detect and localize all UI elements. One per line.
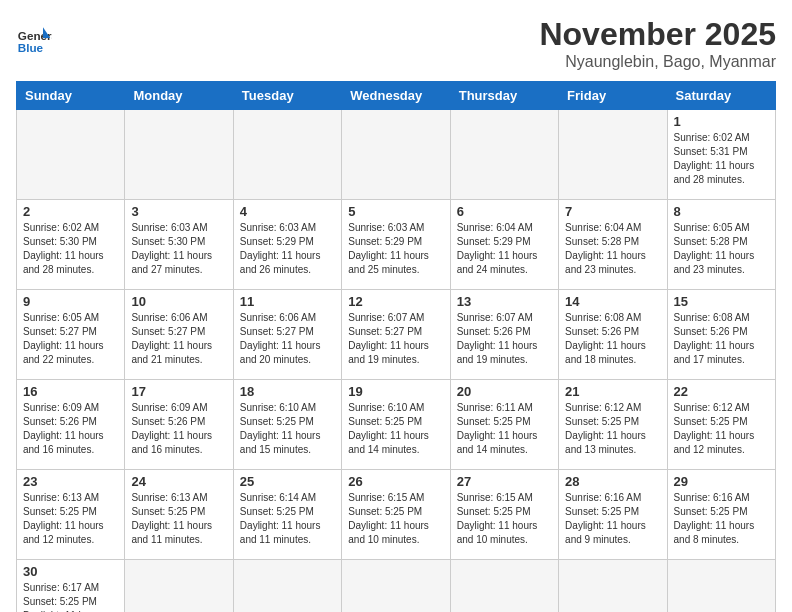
day-info: Sunrise: 6:07 AM Sunset: 5:27 PM Dayligh… xyxy=(348,311,443,367)
day-info: Sunrise: 6:17 AM Sunset: 5:25 PM Dayligh… xyxy=(23,581,118,612)
day-number: 18 xyxy=(240,384,335,399)
day-number: 20 xyxy=(457,384,552,399)
week-row-4: 16Sunrise: 6:09 AM Sunset: 5:26 PM Dayli… xyxy=(17,380,776,470)
calendar-table: SundayMondayTuesdayWednesdayThursdayFrid… xyxy=(16,81,776,612)
day-number: 8 xyxy=(674,204,769,219)
day-number: 24 xyxy=(131,474,226,489)
day-cell: 14Sunrise: 6:08 AM Sunset: 5:26 PM Dayli… xyxy=(559,290,667,380)
day-info: Sunrise: 6:06 AM Sunset: 5:27 PM Dayligh… xyxy=(240,311,335,367)
day-info: Sunrise: 6:09 AM Sunset: 5:26 PM Dayligh… xyxy=(23,401,118,457)
day-cell: 13Sunrise: 6:07 AM Sunset: 5:26 PM Dayli… xyxy=(450,290,558,380)
column-header-monday: Monday xyxy=(125,82,233,110)
day-info: Sunrise: 6:04 AM Sunset: 5:29 PM Dayligh… xyxy=(457,221,552,277)
day-number: 29 xyxy=(674,474,769,489)
location-title: Nyaunglebin, Bago, Myanmar xyxy=(539,53,776,71)
day-cell: 12Sunrise: 6:07 AM Sunset: 5:27 PM Dayli… xyxy=(342,290,450,380)
day-number: 1 xyxy=(674,114,769,129)
day-cell: 19Sunrise: 6:10 AM Sunset: 5:25 PM Dayli… xyxy=(342,380,450,470)
day-cell: 16Sunrise: 6:09 AM Sunset: 5:26 PM Dayli… xyxy=(17,380,125,470)
day-number: 17 xyxy=(131,384,226,399)
day-cell xyxy=(450,560,558,613)
day-cell: 6Sunrise: 6:04 AM Sunset: 5:29 PM Daylig… xyxy=(450,200,558,290)
week-row-5: 23Sunrise: 6:13 AM Sunset: 5:25 PM Dayli… xyxy=(17,470,776,560)
day-cell: 29Sunrise: 6:16 AM Sunset: 5:25 PM Dayli… xyxy=(667,470,775,560)
column-header-wednesday: Wednesday xyxy=(342,82,450,110)
day-cell: 5Sunrise: 6:03 AM Sunset: 5:29 PM Daylig… xyxy=(342,200,450,290)
header: General Blue November 2025 Nyaunglebin, … xyxy=(16,16,776,71)
day-number: 3 xyxy=(131,204,226,219)
day-cell: 27Sunrise: 6:15 AM Sunset: 5:25 PM Dayli… xyxy=(450,470,558,560)
day-info: Sunrise: 6:03 AM Sunset: 5:29 PM Dayligh… xyxy=(240,221,335,277)
day-info: Sunrise: 6:02 AM Sunset: 5:31 PM Dayligh… xyxy=(674,131,769,187)
column-header-friday: Friday xyxy=(559,82,667,110)
column-header-tuesday: Tuesday xyxy=(233,82,341,110)
day-cell xyxy=(559,560,667,613)
day-cell: 17Sunrise: 6:09 AM Sunset: 5:26 PM Dayli… xyxy=(125,380,233,470)
day-number: 13 xyxy=(457,294,552,309)
day-number: 6 xyxy=(457,204,552,219)
day-cell xyxy=(125,560,233,613)
day-number: 12 xyxy=(348,294,443,309)
day-number: 7 xyxy=(565,204,660,219)
day-info: Sunrise: 6:16 AM Sunset: 5:25 PM Dayligh… xyxy=(565,491,660,547)
day-info: Sunrise: 6:02 AM Sunset: 5:30 PM Dayligh… xyxy=(23,221,118,277)
day-cell xyxy=(233,110,341,200)
day-info: Sunrise: 6:16 AM Sunset: 5:25 PM Dayligh… xyxy=(674,491,769,547)
day-number: 14 xyxy=(565,294,660,309)
day-number: 2 xyxy=(23,204,118,219)
days-header-row: SundayMondayTuesdayWednesdayThursdayFrid… xyxy=(17,82,776,110)
day-number: 22 xyxy=(674,384,769,399)
day-info: Sunrise: 6:10 AM Sunset: 5:25 PM Dayligh… xyxy=(348,401,443,457)
day-info: Sunrise: 6:12 AM Sunset: 5:25 PM Dayligh… xyxy=(565,401,660,457)
day-cell: 4Sunrise: 6:03 AM Sunset: 5:29 PM Daylig… xyxy=(233,200,341,290)
day-cell: 3Sunrise: 6:03 AM Sunset: 5:30 PM Daylig… xyxy=(125,200,233,290)
column-header-thursday: Thursday xyxy=(450,82,558,110)
day-info: Sunrise: 6:14 AM Sunset: 5:25 PM Dayligh… xyxy=(240,491,335,547)
week-row-1: 1Sunrise: 6:02 AM Sunset: 5:31 PM Daylig… xyxy=(17,110,776,200)
day-info: Sunrise: 6:05 AM Sunset: 5:28 PM Dayligh… xyxy=(674,221,769,277)
day-cell xyxy=(342,560,450,613)
day-number: 4 xyxy=(240,204,335,219)
day-number: 25 xyxy=(240,474,335,489)
day-number: 5 xyxy=(348,204,443,219)
svg-text:Blue: Blue xyxy=(18,41,44,54)
day-cell: 1Sunrise: 6:02 AM Sunset: 5:31 PM Daylig… xyxy=(667,110,775,200)
day-cell xyxy=(233,560,341,613)
day-info: Sunrise: 6:10 AM Sunset: 5:25 PM Dayligh… xyxy=(240,401,335,457)
day-info: Sunrise: 6:15 AM Sunset: 5:25 PM Dayligh… xyxy=(457,491,552,547)
day-number: 10 xyxy=(131,294,226,309)
day-cell: 21Sunrise: 6:12 AM Sunset: 5:25 PM Dayli… xyxy=(559,380,667,470)
day-cell xyxy=(450,110,558,200)
day-info: Sunrise: 6:04 AM Sunset: 5:28 PM Dayligh… xyxy=(565,221,660,277)
day-info: Sunrise: 6:09 AM Sunset: 5:26 PM Dayligh… xyxy=(131,401,226,457)
day-info: Sunrise: 6:06 AM Sunset: 5:27 PM Dayligh… xyxy=(131,311,226,367)
column-header-sunday: Sunday xyxy=(17,82,125,110)
day-cell: 28Sunrise: 6:16 AM Sunset: 5:25 PM Dayli… xyxy=(559,470,667,560)
day-cell: 8Sunrise: 6:05 AM Sunset: 5:28 PM Daylig… xyxy=(667,200,775,290)
day-cell xyxy=(667,560,775,613)
day-number: 11 xyxy=(240,294,335,309)
day-number: 16 xyxy=(23,384,118,399)
day-cell: 24Sunrise: 6:13 AM Sunset: 5:25 PM Dayli… xyxy=(125,470,233,560)
day-info: Sunrise: 6:03 AM Sunset: 5:30 PM Dayligh… xyxy=(131,221,226,277)
day-number: 9 xyxy=(23,294,118,309)
day-info: Sunrise: 6:08 AM Sunset: 5:26 PM Dayligh… xyxy=(565,311,660,367)
day-cell: 15Sunrise: 6:08 AM Sunset: 5:26 PM Dayli… xyxy=(667,290,775,380)
logo-icon: General Blue xyxy=(16,20,52,56)
day-info: Sunrise: 6:13 AM Sunset: 5:25 PM Dayligh… xyxy=(131,491,226,547)
column-header-saturday: Saturday xyxy=(667,82,775,110)
day-cell: 7Sunrise: 6:04 AM Sunset: 5:28 PM Daylig… xyxy=(559,200,667,290)
day-cell: 26Sunrise: 6:15 AM Sunset: 5:25 PM Dayli… xyxy=(342,470,450,560)
logo: General Blue xyxy=(16,20,52,56)
day-number: 27 xyxy=(457,474,552,489)
day-number: 26 xyxy=(348,474,443,489)
day-number: 23 xyxy=(23,474,118,489)
day-cell xyxy=(17,110,125,200)
day-number: 28 xyxy=(565,474,660,489)
week-row-6: 30Sunrise: 6:17 AM Sunset: 5:25 PM Dayli… xyxy=(17,560,776,613)
day-info: Sunrise: 6:05 AM Sunset: 5:27 PM Dayligh… xyxy=(23,311,118,367)
day-cell xyxy=(559,110,667,200)
week-row-2: 2Sunrise: 6:02 AM Sunset: 5:30 PM Daylig… xyxy=(17,200,776,290)
day-info: Sunrise: 6:13 AM Sunset: 5:25 PM Dayligh… xyxy=(23,491,118,547)
day-info: Sunrise: 6:11 AM Sunset: 5:25 PM Dayligh… xyxy=(457,401,552,457)
